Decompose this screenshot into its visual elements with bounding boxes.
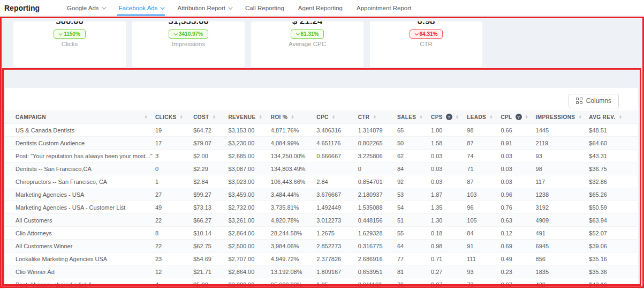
value-cell: 0.854701 [358, 175, 397, 188]
table-row: All Customers22$66.27$3,261.004,920.78%3… [5, 214, 638, 227]
help-icon[interactable]: ? [516, 114, 522, 120]
value-cell: 0.98 [431, 240, 467, 253]
value-cell: $2.29 [193, 162, 228, 175]
value-cell: 13,192.08% [271, 265, 317, 278]
value-cell: 22 [155, 240, 193, 253]
value-cell: 103 [467, 188, 501, 201]
columns-button[interactable]: Columns [569, 94, 619, 108]
column-header-roi-[interactable]: ROI %▲▼ [271, 110, 317, 124]
help-icon[interactable]: ? [446, 114, 452, 120]
column-label: CLICKS [155, 114, 177, 120]
value-cell: $2,864.00 [228, 227, 270, 240]
value-cell: $3,261.00 [228, 214, 270, 227]
nav-tab-appointment-report[interactable]: Appointment Report [350, 0, 418, 16]
value-cell: $2,500.00 [228, 240, 270, 253]
kpi-card-average-cpc: $ 21.2461.31%Average CPC [251, 21, 363, 67]
arrow-down-icon [296, 32, 299, 35]
column-header-clicks[interactable]: CLICKS▲▼ [155, 110, 193, 124]
arrow-down-icon [59, 32, 63, 35]
column-header-avg-rev-[interactable]: AVG REV.▲▼ [589, 110, 638, 124]
nav-tab-label: Appointment Report [357, 5, 411, 11]
value-cell: 77 [397, 253, 431, 265]
value-cell: $3,087.00 [228, 162, 270, 175]
kpi-card-clicks: 500.001150%Clicks [13, 21, 126, 67]
value-cell: 1.87 [431, 188, 467, 201]
sort-icon[interactable]: ▲▼ [419, 115, 423, 120]
sort-icon[interactable]: ▲▼ [619, 115, 623, 120]
value-cell: 4,871.76% [271, 124, 317, 137]
sort-icon[interactable]: ▲▼ [291, 115, 294, 120]
column-header-campaign[interactable]: CAMPAIGN▲▼ [5, 110, 155, 124]
value-cell: 91 [467, 240, 501, 253]
nav-tab-agent-reporting[interactable]: Agent Reporting [291, 0, 350, 16]
sort-icon[interactable]: ▲▼ [144, 115, 148, 120]
campaign-cell: Post: "Agency shared a link." [5, 278, 155, 289]
sort-icon[interactable]: ▲▼ [180, 115, 184, 120]
value-cell: 4,084.99% [271, 137, 317, 150]
value-cell: 2.852273 [316, 240, 358, 253]
value-cell: 3.676667 [316, 188, 358, 201]
value-cell: 0.03 [501, 175, 535, 188]
table-row: Clio Attorneys8$10.14$2,864.0028,244.58%… [5, 227, 638, 240]
value-cell: 62 [397, 150, 431, 162]
column-header-cpl[interactable]: CPL?▲▼ [501, 110, 535, 124]
campaign-cell: All Customers Winner [5, 240, 155, 253]
value-cell: 439 [536, 278, 589, 289]
value-cell: 3.012273 [316, 214, 358, 227]
value-cell: 1.314879 [358, 124, 397, 137]
kpi-value: 51,555.00 [168, 21, 209, 27]
nav-tab-facebook-ads[interactable]: Facebook Ads [112, 0, 171, 16]
column-header-ctr[interactable]: CTR▲▼ [358, 110, 397, 124]
column-label: ROI % [271, 114, 287, 120]
column-header-cps[interactable]: CPS?▲▼ [431, 110, 467, 124]
value-cell: $73.13 [193, 201, 228, 214]
value-cell: $32.86 [589, 175, 638, 188]
column-header-impressions[interactable]: IMPRESSIONS▲▼ [536, 110, 589, 124]
value-cell: 1.30 [431, 214, 467, 227]
page-content: 500.001150%Clicks51,555.003410.97%Impres… [0, 16, 644, 289]
value-cell: 96 [467, 201, 501, 214]
campaign-cell: US & Canada Dentists [5, 124, 155, 137]
sort-icon[interactable]: ▲▼ [456, 115, 459, 120]
value-cell: 1 [155, 175, 193, 188]
value-cell: 1.629328 [358, 227, 397, 240]
value-cell: 117 [536, 175, 589, 188]
nav-tab-call-reporting[interactable]: Call Reporting [238, 0, 291, 16]
value-cell: 0.69 [501, 240, 535, 253]
column-header-revenue[interactable]: REVENUE▲▼ [228, 110, 270, 124]
value-cell: $48.51 [589, 124, 638, 137]
value-cell: 0.66 [501, 124, 535, 137]
kpi-change-badge: 1150% [54, 29, 86, 39]
column-label: AVG REV. [589, 114, 615, 120]
table-body: US & Canada Dentists19$64.72$3,153.004,8… [5, 124, 638, 289]
value-cell: 93 [467, 265, 501, 278]
sort-icon[interactable]: ▲▼ [213, 115, 216, 120]
sort-icon[interactable]: ▲▼ [578, 115, 582, 120]
arrow-down-icon [414, 32, 418, 35]
column-header-cpc[interactable]: CPC▲▼ [316, 110, 358, 124]
sort-icon[interactable]: ▲▼ [373, 115, 376, 120]
kpi-label: Clicks [62, 41, 78, 47]
sort-icon[interactable]: ▲▼ [489, 115, 493, 120]
sort-icon[interactable]: ▲▼ [525, 115, 529, 120]
nav-tab-attribution-report[interactable]: Attribution Report [170, 0, 238, 16]
sort-icon[interactable]: ▲▼ [259, 115, 263, 120]
column-header-cost[interactable]: COST▲▼ [193, 110, 228, 124]
value-cell: 87 [467, 137, 501, 150]
value-cell: 0.27 [431, 265, 467, 278]
sort-icon[interactable]: ▲▼ [332, 115, 336, 120]
table-row: Marketing Agencies - USA27$99.27$3,459.0… [5, 188, 638, 201]
value-cell: $2,707.00 [228, 253, 270, 265]
value-cell: 1.35 [431, 201, 467, 214]
campaign-cell: Post: "Your reputation has always been y… [5, 150, 155, 162]
column-header-leads[interactable]: LEADS▲▼ [467, 110, 501, 124]
value-cell: $43.31 [589, 150, 638, 162]
column-header-sales[interactable]: SALES▲▼ [397, 110, 431, 124]
value-cell: $64.72 [193, 124, 228, 137]
nav-tab-google-ads[interactable]: Google Ads [60, 0, 111, 16]
value-cell: 1.00 [431, 124, 467, 137]
value-cell: $62.75 [193, 240, 228, 253]
value-cell: 1445 [536, 124, 589, 137]
column-label: CPL [501, 114, 512, 120]
value-cell: 23 [155, 253, 193, 265]
